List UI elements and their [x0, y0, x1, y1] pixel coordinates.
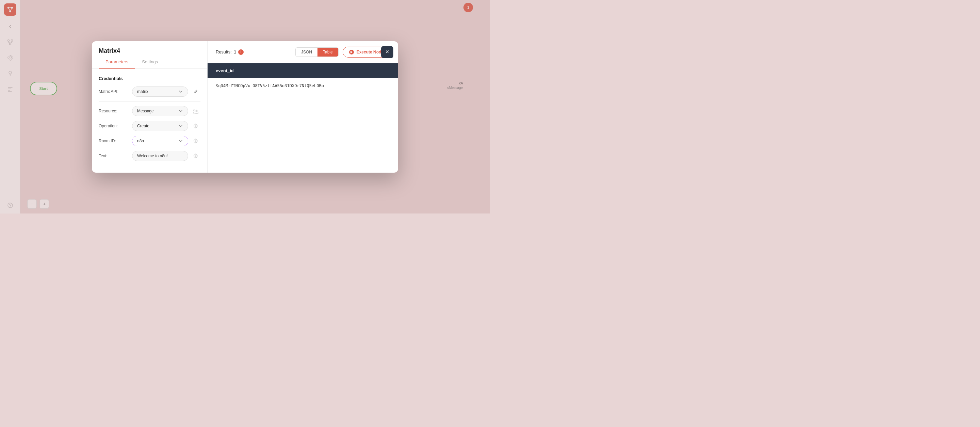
text-label: Text:: [99, 154, 129, 158]
results-label: Results: 1 i: [216, 49, 291, 55]
svg-point-20: [195, 155, 196, 157]
table-view-button[interactable]: Table: [318, 48, 338, 57]
text-select[interactable]: Welcome to n8n!: [132, 151, 188, 161]
json-view-button[interactable]: JSON: [296, 48, 318, 57]
operation-select[interactable]: Create: [132, 121, 188, 131]
table-header-row: event_id: [208, 63, 398, 78]
close-button[interactable]: ×: [381, 46, 393, 58]
matrix-api-select[interactable]: matrix: [132, 86, 188, 97]
resource-settings-button[interactable]: [191, 106, 200, 116]
matrix-api-label: Matrix API:: [99, 89, 129, 94]
right-panel: Results: 1 i JSON Table Execute Node: [208, 41, 398, 173]
svg-point-17: [194, 139, 197, 143]
svg-point-15: [194, 124, 197, 128]
modal-title: Matrix4: [92, 41, 207, 54]
svg-point-19: [194, 154, 197, 158]
text-settings-button[interactable]: [191, 151, 200, 161]
credentials-section-title: Credentials: [99, 76, 200, 81]
info-icon: i: [238, 49, 243, 55]
room-id-select[interactable]: n8n: [132, 136, 188, 146]
resource-label: Resource:: [99, 108, 129, 113]
svg-point-16: [195, 125, 196, 127]
modal-body: Matrix4 Parameters Settings Credentials …: [92, 41, 398, 173]
view-toggle: JSON Table: [295, 47, 339, 57]
room-id-label: Room ID:: [99, 139, 129, 143]
svg-point-18: [195, 140, 196, 142]
divider-1: [99, 102, 200, 102]
modal-overlay: × Matrix4 Parameters Settings Credential…: [0, 0, 490, 214]
left-panel-content: Credentials Matrix API: matrix: [92, 69, 207, 173]
modal-dialog: × Matrix4 Parameters Settings Credential…: [92, 41, 398, 173]
resource-field-row: Resource: Message: [99, 106, 200, 116]
play-icon: [349, 50, 354, 54]
text-field-row: Text: Welcome to n8n!: [99, 151, 200, 161]
tab-settings[interactable]: Settings: [135, 54, 165, 69]
operation-label: Operation:: [99, 124, 129, 128]
room-id-settings-button[interactable]: [191, 136, 200, 146]
matrix-api-field-row: Matrix API: matrix: [99, 86, 200, 97]
tab-parameters[interactable]: Parameters: [99, 54, 135, 69]
operation-field-row: Operation: Create: [99, 121, 200, 131]
resource-select[interactable]: Message: [132, 106, 188, 116]
room-id-field-row: Room ID: n8n: [99, 136, 200, 146]
operation-settings-button[interactable]: [191, 121, 200, 131]
table-cell-event-id: $qD4MrZTNCOpVx_O8TV5ztfAA55o31DXOr7NtQSe…: [216, 83, 390, 88]
modal-tabs: Parameters Settings: [92, 54, 207, 69]
right-panel-header: Results: 1 i JSON Table Execute Node: [208, 41, 398, 63]
left-panel: Matrix4 Parameters Settings Credentials …: [92, 41, 208, 173]
table-body: $qD4MrZTNCOpVx_O8TV5ztfAA55o31DXOr7NtQSe…: [208, 78, 398, 173]
matrix-api-edit-button[interactable]: [191, 87, 200, 96]
